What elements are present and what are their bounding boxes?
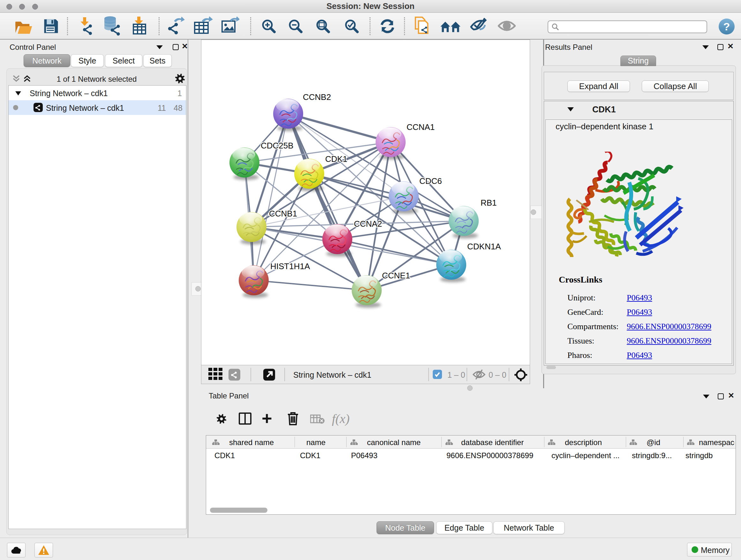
svg-text:CCNA1: CCNA1	[407, 122, 434, 132]
svg-text:HIST1H1A: HIST1H1A	[270, 261, 310, 271]
svg-text:CDC6: CDC6	[419, 176, 442, 186]
svg-text:CDC25B: CDC25B	[261, 141, 293, 150]
svg-text:RB1: RB1	[481, 198, 497, 207]
svg-text:CCNA2: CCNA2	[354, 219, 382, 229]
svg-text:CCNB1: CCNB1	[269, 209, 297, 219]
svg-text:CCNB2: CCNB2	[303, 92, 331, 102]
svg-text:CCNE1: CCNE1	[382, 271, 410, 280]
svg-text:CDKN1A: CDKN1A	[467, 242, 501, 251]
svg-text:CDK1: CDK1	[325, 154, 347, 164]
